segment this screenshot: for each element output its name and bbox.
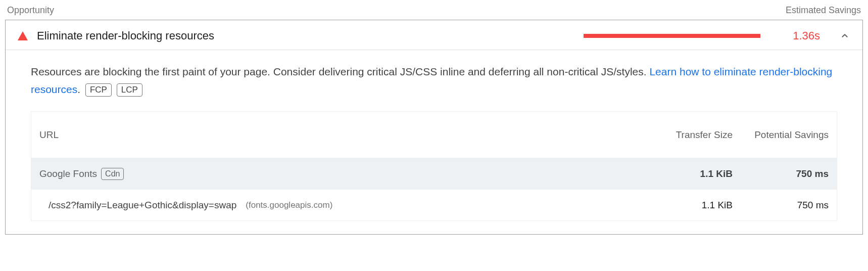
savings-value: 1.36s	[790, 29, 820, 42]
description-post: .	[77, 83, 80, 95]
opportunity-header-label: Opportunity	[7, 5, 54, 16]
estimated-savings-header-label: Estimated Savings	[786, 5, 861, 16]
chevron-up-icon[interactable]	[839, 30, 850, 41]
audit-title: Eliminate render-blocking resources	[37, 29, 214, 42]
col-header-url: URL	[39, 129, 642, 141]
savings-bar	[584, 34, 760, 38]
group-savings-cell: 750 ms	[733, 168, 829, 179]
table-group-row: Google Fonts Cdn 1.1 KiB 750 ms	[31, 158, 837, 190]
group-transfer-cell: 1.1 KiB	[642, 168, 733, 179]
fail-triangle-icon	[18, 31, 28, 40]
audit-card: Eliminate render-blocking resources 1.36…	[5, 20, 863, 235]
resource-path: /css2?family=League+Gothic&display=swap	[49, 200, 236, 211]
audit-header[interactable]: Eliminate render-blocking resources 1.36…	[6, 20, 862, 50]
resources-table: URL Transfer Size Potential Savings Goog…	[31, 111, 837, 221]
audit-body: Resources are blocking the first paint o…	[6, 50, 862, 234]
row-savings-cell: 750 ms	[733, 200, 829, 211]
audit-description: Resources are blocking the first paint o…	[31, 63, 837, 98]
table-header-row: URL Transfer Size Potential Savings	[31, 112, 837, 158]
row-transfer-cell: 1.1 KiB	[642, 200, 733, 211]
row-url-cell: /css2?family=League+Gothic&display=swap …	[39, 200, 642, 211]
svg-marker-0	[18, 31, 28, 40]
column-headers: Opportunity Estimated Savings	[5, 5, 863, 20]
metric-chip-lcp: LCP	[117, 83, 142, 97]
cdn-tag: Cdn	[101, 168, 124, 180]
col-header-transfer: Transfer Size	[642, 129, 733, 141]
col-header-savings: Potential Savings	[733, 128, 829, 142]
group-label: Google Fonts	[39, 168, 97, 179]
metric-chip-fcp: FCP	[85, 83, 112, 97]
group-url-cell: Google Fonts Cdn	[39, 168, 642, 180]
description-text: Resources are blocking the first paint o…	[31, 66, 649, 77]
table-row: /css2?family=League+Gothic&display=swap …	[31, 190, 837, 221]
resource-host: (fonts.googleapis.com)	[246, 200, 332, 210]
